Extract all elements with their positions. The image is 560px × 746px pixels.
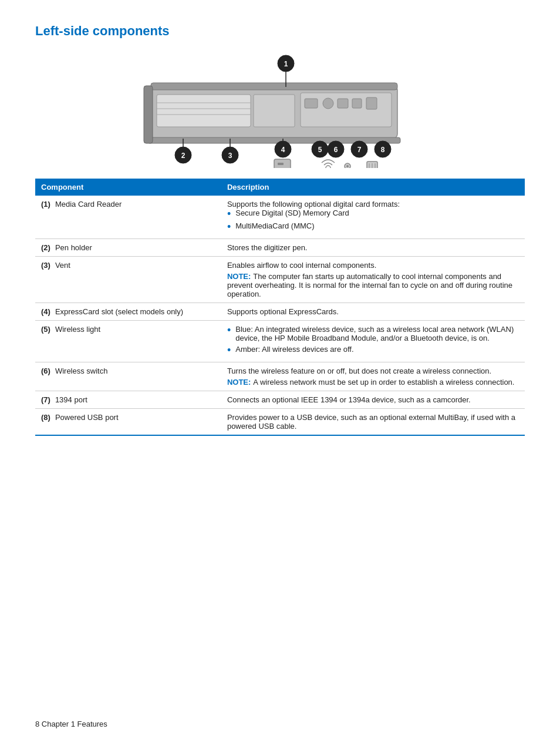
- svg-rect-6: [254, 95, 295, 127]
- description-text: Enables airflow to cool internal compone…: [227, 261, 376, 270]
- svg-text:1: 1: [284, 60, 288, 68]
- svg-point-9: [323, 98, 333, 109]
- description-text: Supports the following optional digital …: [227, 200, 400, 209]
- component-name: Powered USB port: [55, 413, 119, 422]
- description-text: Supports optional ExpressCards.: [227, 307, 339, 316]
- bullet-text: MultiMediaCard (MMC): [235, 221, 314, 230]
- bullet-list: •Secure Digital (SD) Memory Card•MultiMe…: [227, 209, 519, 232]
- bullet-icon: •: [227, 345, 231, 355]
- component-cell: (6)Wireless switch: [35, 362, 221, 391]
- component-num: (8): [41, 413, 50, 422]
- note-label: NOTE:: [227, 272, 251, 281]
- description-cell: Stores the digitizer pen.: [221, 239, 525, 257]
- table-row: (7)1394 portConnects an optional IEEE 13…: [35, 391, 525, 409]
- svg-rect-11: [352, 99, 362, 108]
- components-table: Component Description (1)Media Card Read…: [35, 179, 525, 436]
- bullet-icon: •: [227, 209, 231, 219]
- table-row: (8)Powered USB portProvides power to a U…: [35, 409, 525, 436]
- svg-text:4: 4: [281, 146, 285, 154]
- description-text: Turns the wireless feature on or off, bu…: [227, 367, 491, 375]
- description-cell: Supports optional ExpressCards.: [221, 303, 525, 321]
- component-name: Vent: [55, 261, 70, 270]
- svg-rect-12: [366, 98, 377, 109]
- svg-rect-1: [151, 83, 397, 90]
- svg-text:7: 7: [357, 146, 362, 154]
- svg-rect-8: [305, 99, 318, 108]
- table-row: (5)Wireless light•Blue: An integrated wi…: [35, 321, 525, 362]
- bullet-text: Blue: An integrated wireless device, suc…: [235, 325, 519, 342]
- component-num: (7): [41, 395, 50, 404]
- component-name: Wireless light: [55, 325, 100, 334]
- component-num: (1): [41, 200, 50, 209]
- col-header-component: Component: [35, 179, 221, 196]
- table-row: (2)Pen holderStores the digitizer pen.: [35, 239, 525, 257]
- component-num: (2): [41, 243, 50, 252]
- table-row: (6)Wireless switchTurns the wireless fea…: [35, 362, 525, 391]
- bullet-item: •Secure Digital (SD) Memory Card: [227, 209, 519, 219]
- bullet-item: •Amber: All wireless devices are off.: [227, 345, 519, 355]
- description-cell: •Blue: An integrated wireless device, su…: [221, 321, 525, 362]
- description-cell: Enables airflow to cool internal compone…: [221, 257, 525, 303]
- component-name: Wireless switch: [55, 367, 108, 375]
- page-title: Left-side components: [35, 23, 525, 39]
- note-content: A wireless network must be set up in ord…: [253, 378, 514, 387]
- component-cell: (8)Powered USB port: [35, 409, 221, 436]
- description-cell: Supports the following optional digital …: [221, 196, 525, 239]
- svg-rect-10: [338, 99, 348, 108]
- description-cell: Provides power to a USB device, such as …: [221, 409, 525, 436]
- svg-point-37: [326, 166, 330, 168]
- bullet-icon: •: [227, 325, 231, 335]
- component-num: (5): [41, 325, 50, 334]
- laptop-diagram: 1 2 3 4 5 6 7 8: [35, 51, 525, 168]
- component-cell: (7)1394 port: [35, 391, 221, 409]
- svg-rect-2: [157, 95, 251, 127]
- component-cell: (1)Media Card Reader: [35, 196, 221, 239]
- bullet-icon: •: [227, 221, 231, 232]
- bullet-item: •MultiMediaCard (MMC): [227, 221, 519, 232]
- svg-rect-14: [144, 86, 153, 143]
- svg-text:5: 5: [318, 146, 322, 154]
- bullet-item: •Blue: An integrated wireless device, su…: [227, 325, 519, 342]
- component-num: (3): [41, 261, 50, 270]
- note: NOTE:The computer fan starts up automati…: [227, 272, 519, 298]
- table-row: (3)VentEnables airflow to cool internal …: [35, 257, 525, 303]
- svg-text:8: 8: [381, 146, 385, 154]
- bullet-text: Amber: All wireless devices are off.: [235, 345, 353, 354]
- bullet-list: •Blue: An integrated wireless device, su…: [227, 325, 519, 355]
- note: NOTE:A wireless network must be set up i…: [227, 378, 519, 387]
- bullet-text: Secure Digital (SD) Memory Card: [235, 209, 349, 217]
- svg-text:3: 3: [228, 152, 232, 160]
- description-text: Stores the digitizer pen.: [227, 243, 308, 252]
- description-text: Provides power to a USB device, such as …: [227, 413, 515, 431]
- component-name: Pen holder: [55, 243, 92, 252]
- svg-rect-36: [278, 163, 284, 165]
- component-cell: (5)Wireless light: [35, 321, 221, 362]
- svg-text:2: 2: [181, 152, 185, 160]
- note-label: NOTE:: [227, 378, 251, 387]
- description-text: Connects an optional IEEE 1394 or 1394a …: [227, 395, 471, 404]
- svg-point-39: [346, 165, 349, 167]
- table-row: (1)Media Card ReaderSupports the followi…: [35, 196, 525, 239]
- component-num: (6): [41, 367, 50, 375]
- table-row: (4)ExpressCard slot (select models only)…: [35, 303, 525, 321]
- component-name: Media Card Reader: [55, 200, 122, 209]
- description-cell: Connects an optional IEEE 1394 or 1394a …: [221, 391, 525, 409]
- svg-text:6: 6: [334, 146, 338, 154]
- component-cell: (4)ExpressCard slot (select models only): [35, 303, 221, 321]
- page-footer: 8 Chapter 1 Features: [35, 720, 107, 728]
- component-name: ExpressCard slot (select models only): [55, 307, 183, 316]
- description-cell: Turns the wireless feature on or off, bu…: [221, 362, 525, 391]
- col-header-description: Description: [221, 179, 525, 196]
- component-num: (4): [41, 307, 50, 316]
- svg-rect-7: [301, 93, 392, 127]
- component-cell: (2)Pen holder: [35, 239, 221, 257]
- component-cell: (3)Vent: [35, 257, 221, 303]
- component-name: 1394 port: [55, 395, 87, 404]
- note-content: The computer fan starts up automatically…: [227, 272, 512, 298]
